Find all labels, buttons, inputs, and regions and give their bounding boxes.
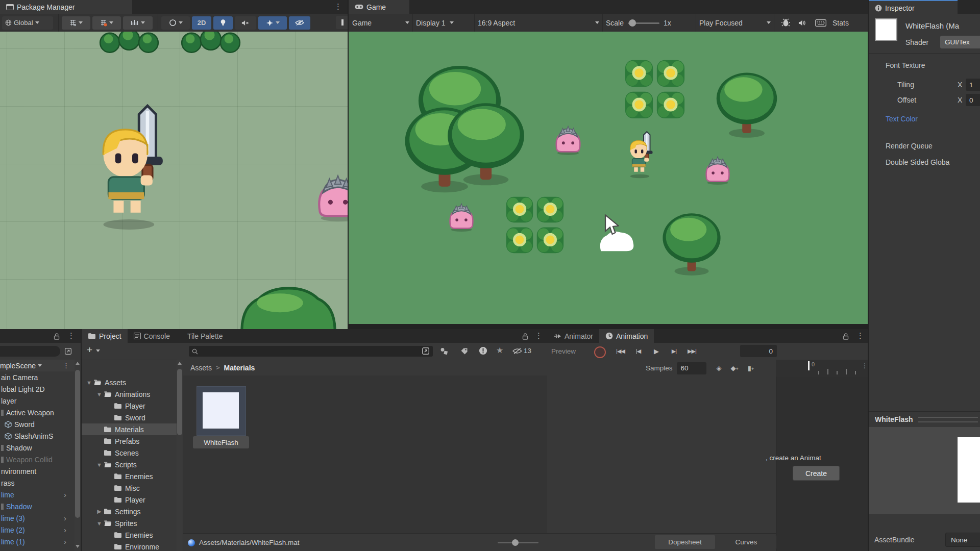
hierarchy-scrollbar[interactable]: [75, 360, 81, 551]
tab-game[interactable]: Game: [349, 0, 409, 14]
hierarchy-item[interactable]: rass: [0, 477, 75, 489]
effects-dropdown[interactable]: [258, 16, 287, 30]
hierarchy-item[interactable]: nvironment: [0, 465, 75, 477]
prefab-expand-arrow-icon[interactable]: ›: [64, 525, 66, 534]
assetbundle-dropdown[interactable]: None: [945, 533, 980, 547]
tree-expander-icon[interactable]: ▼: [85, 380, 93, 386]
breadcrumb-current[interactable]: Materials: [224, 364, 255, 372]
project-tree-item[interactable]: ▼Scripts: [82, 459, 177, 470]
tab-package-manager[interactable]: Package Manager: [0, 0, 132, 14]
scene-audio-button[interactable]: [235, 16, 256, 30]
stats-button[interactable]: Stats: [832, 19, 849, 27]
camera-settings-button-partial[interactable]: [336, 16, 348, 29]
project-search-input[interactable]: [189, 346, 433, 357]
tree-expander-icon[interactable]: ▼: [95, 462, 104, 468]
lock-icon[interactable]: [53, 333, 60, 340]
text-color-property[interactable]: Text Color: [886, 115, 918, 123]
hierarchy-item[interactable]: lime (3)›: [0, 512, 75, 524]
mute-audio-icon[interactable]: [798, 19, 807, 27]
tab-project[interactable]: Project: [82, 329, 128, 343]
project-menu-icon[interactable]: ⋮: [535, 332, 543, 339]
project-tree-item[interactable]: Misc: [82, 482, 177, 494]
tree-expander-icon[interactable]: ▼: [95, 391, 104, 397]
hierarchy-item[interactable]: layer: [0, 395, 75, 407]
hierarchy-item[interactable]: lime (2)›: [0, 524, 75, 536]
timeline-ruler[interactable]: 0 ⋮: [776, 360, 869, 377]
hidden-count-eye-icon[interactable]: [512, 347, 522, 355]
dopesheet-button[interactable]: Dopesheet: [655, 535, 715, 549]
add-keyframe-icon[interactable]: ◆+: [731, 364, 739, 372]
project-tree-item[interactable]: Enemies: [82, 470, 177, 482]
asset-thumbnail[interactable]: [197, 386, 246, 436]
lock-icon[interactable]: [842, 333, 849, 340]
hierarchy-item[interactable]: Weapon Collid: [0, 454, 75, 465]
add-keyframe-dot-icon[interactable]: ◈: [717, 364, 722, 372]
create-asset-button[interactable]: +: [87, 344, 92, 356]
project-tree-item[interactable]: Environme: [82, 541, 177, 551]
preview-header[interactable]: WhiteFlash: [869, 412, 980, 427]
play-focus-dropdown[interactable]: Play Focused: [699, 19, 771, 27]
material-preview-area[interactable]: [869, 427, 980, 514]
breadcrumb-root[interactable]: Assets: [190, 364, 212, 372]
asset-label-pill[interactable]: WhiteFlash: [193, 436, 249, 448]
project-tree-item[interactable]: Sword: [82, 412, 177, 423]
hierarchy-item[interactable]: lime›: [0, 489, 75, 500]
hierarchy-item[interactable]: lime (1)›: [0, 536, 75, 547]
record-button[interactable]: [594, 346, 606, 358]
project-tree-scrollbar[interactable]: [177, 360, 183, 551]
debug-bug-icon[interactable]: [781, 18, 791, 27]
tab-animator[interactable]: Animator: [547, 329, 599, 343]
play-button[interactable]: ▶: [647, 345, 665, 357]
hierarchy-item[interactable]: Shadow: [0, 442, 75, 454]
hierarchy-search-input[interactable]: [0, 346, 60, 357]
scroll-up-icon[interactable]: [178, 362, 182, 365]
favorites-star-icon[interactable]: ★: [496, 345, 503, 355]
snap-increment-button[interactable]: [123, 16, 153, 30]
animation-dopesheet-area[interactable]: [776, 377, 869, 551]
tiling-x-field[interactable]: 1: [966, 79, 980, 91]
hierarchy-item[interactable]: SlashAnimS: [0, 430, 75, 442]
project-tree-item[interactable]: ▼Animations: [82, 388, 177, 400]
tab-tile-palette[interactable]: Tile Palette: [181, 329, 229, 343]
project-tree-item[interactable]: Materials: [82, 423, 177, 435]
animation-menu-icon[interactable]: ⋮: [856, 332, 864, 339]
scrollbar-thumb[interactable]: [177, 369, 182, 435]
hierarchy-item[interactable]: Shadow: [0, 500, 75, 512]
tab-console[interactable]: Console: [128, 329, 176, 343]
project-content-area[interactable]: WhiteFlash: [183, 375, 547, 533]
hidden-objects-button[interactable]: [289, 16, 310, 30]
last-key-button[interactable]: ▶▶|: [683, 345, 701, 357]
create-button[interactable]: Create: [793, 466, 840, 481]
aspect-ratio-dropdown[interactable]: 16:9 Aspect: [478, 19, 599, 27]
scroll-down-icon[interactable]: [76, 545, 80, 548]
curves-button[interactable]: Curves: [716, 535, 776, 549]
add-event-icon[interactable]: ▮+: [748, 364, 754, 372]
scene-lighting-button[interactable]: [213, 16, 233, 30]
hierarchy-item[interactable]: ain Camera: [0, 371, 75, 383]
search-by-type-icon[interactable]: [440, 347, 448, 355]
project-tree-item[interactable]: Player: [82, 400, 177, 412]
display-target-dropdown[interactable]: Display 1: [416, 19, 471, 27]
playhead[interactable]: [808, 361, 810, 370]
draw-mode-dropdown[interactable]: [161, 16, 190, 30]
project-tree-item[interactable]: ▼Assets: [82, 377, 177, 388]
keyboard-icon[interactable]: [815, 19, 826, 27]
grid-visibility-button[interactable]: [92, 16, 121, 30]
tab-inspector[interactable]: Inspector: [869, 0, 958, 15]
thumbnail-size-knob[interactable]: [512, 539, 519, 546]
prefab-expand-arrow-icon[interactable]: ›: [64, 490, 66, 499]
scrollbar-thumb[interactable]: [75, 370, 80, 518]
create-asset-arrow-icon[interactable]: [96, 349, 100, 352]
hierarchy-item[interactable]: lobal Light 2D: [0, 383, 75, 395]
scroll-up-icon[interactable]: [76, 362, 80, 365]
open-search-window-icon[interactable]: [422, 347, 430, 355]
project-tree-item[interactable]: Player: [82, 494, 177, 506]
prefab-expand-arrow-icon[interactable]: ›: [64, 537, 66, 546]
animation-property-area[interactable]: [547, 377, 776, 533]
hierarchy-menu-icon[interactable]: ⋮: [67, 332, 75, 339]
tree-expander-icon[interactable]: ▼: [95, 520, 104, 527]
offset-x-field[interactable]: 0: [966, 94, 980, 106]
lock-icon[interactable]: [522, 333, 529, 340]
scale-slider-knob[interactable]: [629, 19, 636, 27]
scene-menu-icon[interactable]: ⋮: [334, 3, 342, 10]
